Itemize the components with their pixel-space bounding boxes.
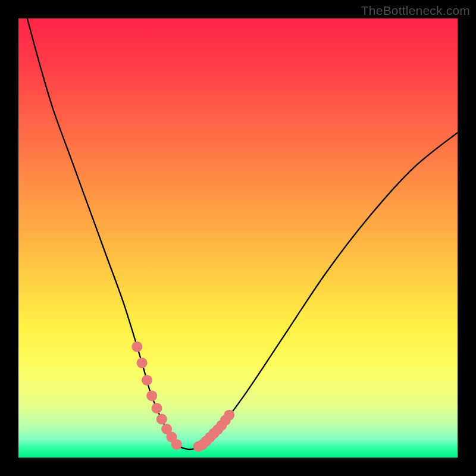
highlight-dot <box>131 342 142 352</box>
chart-plot-area <box>18 18 458 458</box>
highlight-dot <box>171 439 182 450</box>
curve-highlight-dots <box>131 342 234 452</box>
chart-svg <box>18 18 458 458</box>
highlight-dot <box>224 410 234 421</box>
highlight-dot <box>137 358 148 368</box>
highlight-dot <box>156 414 167 424</box>
highlight-dot <box>146 390 157 401</box>
highlight-dot <box>152 403 162 414</box>
highlight-dot <box>142 375 152 386</box>
watermark-text: TheBottleneck.com <box>361 4 470 18</box>
bottleneck-curve <box>27 18 458 449</box>
chart-frame: TheBottleneck.com <box>0 0 476 476</box>
